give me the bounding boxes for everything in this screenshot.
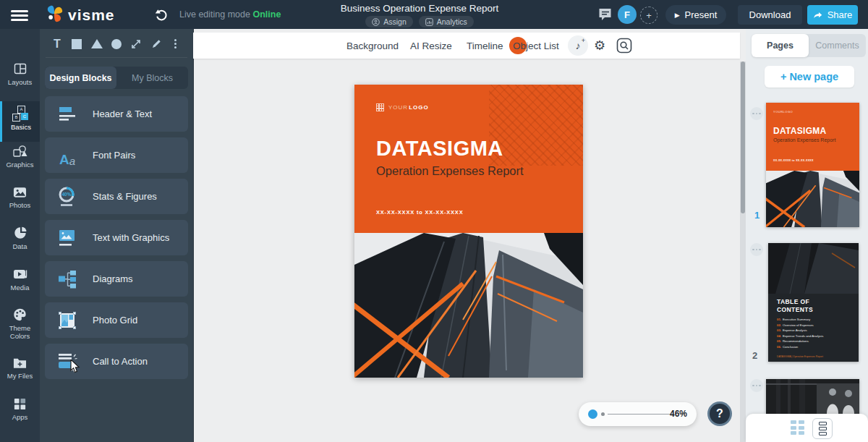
cover-photo[interactable] — [354, 233, 583, 378]
text-with-graphics-icon — [56, 227, 78, 249]
music-icon[interactable]: ♪ + — [568, 35, 588, 56]
triangle-tool-icon[interactable] — [90, 37, 104, 51]
page-number-1: 1 — [754, 210, 760, 221]
object-list-button[interactable]: Object List — [513, 41, 559, 51]
menu-icon[interactable] — [11, 8, 28, 23]
photos-icon — [0, 184, 40, 200]
help-button[interactable]: ? — [707, 401, 732, 426]
block-label: Photo Grid — [93, 315, 137, 326]
thumb3-photo — [766, 379, 859, 414]
undo-icon[interactable] — [154, 7, 169, 25]
block-call-to-action[interactable]: Call to Action — [45, 344, 188, 379]
block-photo-grid[interactable]: Photo Grid — [45, 302, 188, 338]
analytics-chart-icon — [425, 18, 433, 26]
live-mode-label: Live editing mode — [179, 9, 250, 20]
zoom-slider-track[interactable] — [608, 414, 674, 415]
shape-toolbar: T — [46, 35, 187, 58]
block-header-text[interactable]: Header & Text — [45, 96, 188, 132]
line-tool-icon[interactable] — [129, 37, 143, 51]
sidebar-item-label: Theme Colors — [0, 325, 40, 341]
block-label: Font Pairs — [93, 150, 135, 161]
analytics-button[interactable]: Analytics — [419, 16, 474, 27]
page-thumbnail-3[interactable] — [766, 379, 859, 414]
block-diagrams[interactable]: Diagrams — [45, 261, 188, 297]
circle-tool-icon[interactable] — [109, 37, 124, 51]
sidebar-item-apps[interactable]: Apps — [0, 396, 40, 422]
list-view-toggle[interactable] — [812, 418, 833, 439]
block-stats-figures[interactable]: 40% Stats & Figures — [45, 179, 188, 214]
logo-mark-icon — [376, 103, 384, 111]
sidebar-item-my-files[interactable]: My Files — [0, 354, 40, 381]
canvas-scrollbar[interactable] — [740, 61, 746, 442]
download-button[interactable]: Download — [738, 5, 802, 25]
comments-icon[interactable] — [598, 8, 612, 24]
block-label: Text with Graphics — [93, 232, 169, 243]
blocks-tabs: Design Blocks My Blocks — [45, 67, 188, 89]
zoom-slider[interactable]: 46% — [579, 402, 697, 426]
pages-comments-tabs: Pages Comments — [752, 34, 866, 57]
cover-logo[interactable]: YOURLOGO — [376, 103, 429, 111]
page-thumbnail-1[interactable]: YOURLOGO DATASIGMA Operation Expenses Re… — [766, 103, 859, 227]
logo-your: YOUR — [388, 104, 408, 111]
share-button[interactable]: Share — [807, 5, 858, 25]
pen-tool-icon[interactable] — [149, 37, 163, 51]
zoom-slider-thumb[interactable] — [588, 409, 597, 419]
tab-my-blocks[interactable]: My Blocks — [116, 67, 188, 89]
background-button[interactable]: Background — [346, 41, 399, 51]
timeline-button[interactable]: Timeline — [467, 41, 503, 51]
thumb1-subtitle: Operation Expenses Report — [773, 137, 835, 143]
canvas-toolbar: Background AI Resize Timeline Object Lis… — [193, 33, 740, 59]
cover-subtitle[interactable]: Operation Expenses Report — [376, 164, 524, 178]
cover-title[interactable]: DATASIGMA — [376, 137, 503, 161]
zoom-value: 46% — [670, 409, 687, 419]
new-page-button[interactable]: + New page — [765, 66, 854, 88]
tab-comments[interactable]: Comments — [809, 34, 866, 57]
sidebar-item-data[interactable]: Data — [0, 225, 40, 251]
live-editing-status: Live editing mode Online — [179, 9, 281, 20]
page-options-icon[interactable] — [750, 243, 763, 256]
square-tool-icon[interactable] — [69, 37, 84, 51]
page-thumbnail-2[interactable]: TABLE OF CONTENTS 01.Executive Summary 0… — [768, 243, 859, 362]
cover-date-range[interactable]: XX-XX-XXXX to XX-XX-XXXX — [376, 209, 463, 216]
cover-orange-section[interactable]: YOURLOGO DATASIGMA Operation Expenses Re… — [354, 85, 583, 233]
sidebar-item-graphics[interactable]: Graphics — [0, 143, 40, 169]
document-title: Business Operation Expense Report — [304, 3, 535, 14]
tab-pages[interactable]: Pages — [752, 34, 809, 57]
sidebar-item-theme-colors[interactable]: Theme Colors — [0, 307, 40, 341]
block-label: Header & Text — [93, 109, 152, 119]
assign-person-icon — [372, 18, 380, 26]
block-font-pairs[interactable]: A a Font Pairs — [45, 137, 188, 173]
text-tool-icon[interactable]: T — [50, 37, 64, 51]
page-options-icon[interactable] — [750, 107, 763, 120]
visme-logo[interactable]: visme — [45, 4, 115, 26]
thumb2-photo — [768, 243, 859, 294]
sidebar-item-layouts[interactable]: Layouts — [0, 61, 40, 87]
sidebar-item-photos[interactable]: Photos — [0, 184, 40, 210]
grid-view-toggle[interactable] — [791, 420, 807, 436]
sidebar-item-basics[interactable]: A B C Basics — [0, 101, 40, 142]
font-a-glyph: A — [59, 153, 69, 166]
sidebar-item-media[interactable]: Media — [0, 266, 40, 292]
present-button[interactable]: ▶ Present — [665, 5, 726, 25]
text-tool-glyph: T — [54, 38, 61, 51]
more-tools-icon[interactable] — [169, 37, 183, 51]
play-icon: ▶ — [675, 12, 680, 19]
tab-design-blocks[interactable]: Design Blocks — [45, 67, 116, 89]
ai-resize-button[interactable]: AI Resize — [410, 41, 452, 51]
thumb1-photo — [766, 171, 859, 227]
canvas-page[interactable]: YOURLOGO DATASIGMA Operation Expenses Re… — [354, 85, 583, 378]
thumb1-logo: YOURLOGO — [773, 110, 793, 114]
settings-gear-icon[interactable]: ⚙ — [594, 39, 605, 52]
add-collaborator-button[interactable]: + — [640, 7, 658, 24]
header-text-icon — [56, 103, 78, 125]
user-avatar[interactable]: F — [618, 5, 637, 24]
page-options-icon[interactable] — [750, 379, 763, 392]
canvas-scrollbar-thumb[interactable] — [741, 61, 745, 213]
thumb1-dates: XX-XX-XXXX to XX-XX-XXXX — [773, 159, 814, 162]
block-text-with-graphics[interactable]: Text with Graphics — [45, 220, 188, 255]
analytics-label: Analytics — [437, 17, 467, 26]
find-replace-icon[interactable] — [616, 38, 632, 56]
tab-label: Comments — [815, 41, 859, 51]
assign-button[interactable]: Assign — [365, 16, 413, 27]
left-panel: T Design Blocks My Blocks Header & Text … — [40, 29, 194, 442]
